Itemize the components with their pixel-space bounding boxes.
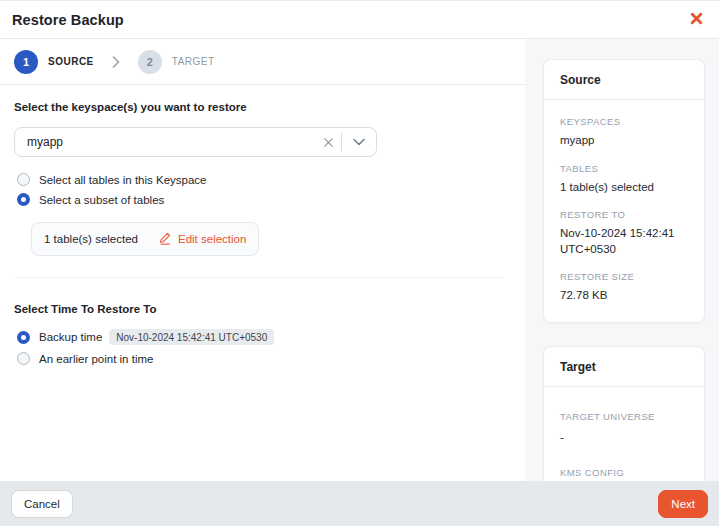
main-column: 1 SOURCE 2 TARGET Select the keyspace(s)… xyxy=(0,39,525,481)
field-value: - xyxy=(560,430,688,446)
field-label: KEYSPACES xyxy=(560,116,688,127)
section-divider xyxy=(15,277,503,278)
step-1-circle: 1 xyxy=(14,50,38,74)
close-icon xyxy=(690,12,703,28)
radio-selected-icon[interactable] xyxy=(17,331,30,344)
source-card: Source KEYSPACES myapp TABLES 1 table(s)… xyxy=(543,59,705,323)
field-value: 72.78 KB xyxy=(560,288,688,304)
close-button[interactable] xyxy=(683,7,709,33)
radio-unselected-icon[interactable] xyxy=(17,352,30,365)
pencil-icon xyxy=(158,231,172,247)
radio-all-tables-label: Select all tables in this Keyspace xyxy=(39,174,206,186)
field-label: TARGET UNIVERSE xyxy=(560,411,688,422)
chevron-right-icon xyxy=(112,56,120,68)
form-area: Select the keyspace(s) you want to resto… xyxy=(0,85,525,481)
edit-selection-button[interactable]: Edit selection xyxy=(158,231,246,247)
field-label: RESTORE SIZE xyxy=(560,271,688,282)
step-target: 2 TARGET xyxy=(138,50,215,74)
summary-sidebar: Source KEYSPACES myapp TABLES 1 table(s)… xyxy=(525,39,719,481)
table-selection-summary: 1 table(s) selected Edit selection xyxy=(31,222,259,256)
cancel-button[interactable]: Cancel xyxy=(11,490,73,518)
source-card-body: KEYSPACES myapp TABLES 1 table(s) select… xyxy=(544,100,704,322)
keyspace-select-value: myapp xyxy=(15,135,315,149)
field-value: 1 table(s) selected xyxy=(560,180,688,196)
radio-earlier-point-label: An earlier point in time xyxy=(39,353,153,365)
selected-table-count: 1 table(s) selected xyxy=(44,233,138,245)
chevron-down-icon[interactable] xyxy=(342,128,376,156)
next-button[interactable]: Next xyxy=(658,490,708,518)
backup-time-badge: Nov-10-2024 15:42:41 UTC+0530 xyxy=(109,329,274,345)
page-title: Restore Backup xyxy=(12,12,124,28)
field-label: RESTORE TO xyxy=(560,209,688,220)
radio-backup-time-label: Backup time xyxy=(39,331,102,343)
radio-unselected-icon[interactable] xyxy=(17,173,30,186)
target-card-title: Target xyxy=(544,347,704,387)
radio-backup-time[interactable]: Backup time Nov-10-2024 15:42:41 UTC+053… xyxy=(17,329,511,345)
time-section-label: Select Time To Restore To xyxy=(14,303,511,315)
keyspace-select[interactable]: myapp xyxy=(14,127,377,157)
field-value: Nov-10-2024 15:42:41 UTC+0530 xyxy=(560,226,688,257)
step-source: 1 SOURCE xyxy=(14,50,94,74)
modal-body: 1 SOURCE 2 TARGET Select the keyspace(s)… xyxy=(0,39,719,481)
field-label: KMS CONFIG xyxy=(560,467,688,478)
modal-header: Restore Backup xyxy=(0,1,719,39)
stepper: 1 SOURCE 2 TARGET xyxy=(0,39,525,85)
field-label: TABLES xyxy=(560,163,688,174)
source-card-title: Source xyxy=(544,60,704,100)
radio-selected-icon[interactable] xyxy=(17,193,30,206)
radio-subset-tables-label: Select a subset of tables xyxy=(39,194,164,206)
field-value: myapp xyxy=(560,133,688,149)
keyspace-section-label: Select the keyspace(s) you want to resto… xyxy=(14,101,511,113)
radio-all-tables[interactable]: Select all tables in this Keyspace xyxy=(17,173,511,186)
radio-subset-tables[interactable]: Select a subset of tables xyxy=(17,193,511,206)
step-2-label: TARGET xyxy=(172,56,215,67)
step-2-circle: 2 xyxy=(138,50,162,74)
clear-selection-icon[interactable] xyxy=(315,128,341,156)
step-1-label: SOURCE xyxy=(48,56,94,67)
radio-earlier-point[interactable]: An earlier point in time xyxy=(17,352,511,365)
edit-selection-label: Edit selection xyxy=(178,233,246,245)
modal-footer: Cancel Next xyxy=(0,481,719,526)
